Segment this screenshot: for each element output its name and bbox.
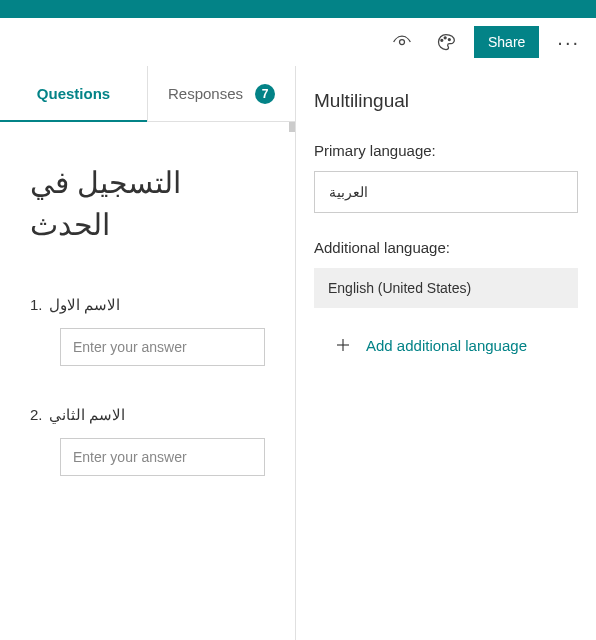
- main-area: Questions Responses 7 التسجيل في الحدث 1…: [0, 66, 596, 640]
- tabs: Questions Responses 7: [0, 66, 295, 122]
- left-pane: Questions Responses 7 التسجيل في الحدث 1…: [0, 66, 296, 640]
- tab-responses[interactable]: Responses 7: [148, 66, 295, 121]
- tab-questions-label: Questions: [37, 85, 110, 102]
- panel-title: Multilingual: [314, 90, 578, 112]
- top-app-band: [0, 0, 596, 18]
- toolbar: Share ···: [0, 18, 596, 66]
- question-label: الاسم الاول: [49, 296, 120, 314]
- answer-input-1[interactable]: [60, 328, 265, 366]
- preview-icon[interactable]: [386, 26, 418, 58]
- additional-language-label: Additional language:: [314, 239, 578, 256]
- question-number: 1.: [30, 296, 43, 313]
- add-additional-language-label: Add additional language: [366, 337, 527, 354]
- plus-icon: [334, 336, 352, 354]
- form-title: التسجيل في الحدث: [0, 122, 295, 266]
- tab-responses-label: Responses: [168, 85, 243, 102]
- share-button[interactable]: Share: [474, 26, 539, 58]
- responses-count-badge: 7: [255, 84, 275, 104]
- scrollbar-thumb[interactable]: [289, 122, 295, 132]
- svg-point-3: [448, 39, 450, 41]
- form-scroll[interactable]: التسجيل في الحدث 1. الاسم الاول 2. الاسم…: [0, 122, 295, 640]
- right-pane: Multilingual Primary language: العربية A…: [296, 66, 596, 640]
- add-additional-language-button[interactable]: Add additional language: [314, 336, 578, 354]
- question-label: الاسم الثاني: [49, 406, 125, 424]
- svg-point-1: [441, 39, 443, 41]
- svg-point-0: [399, 40, 404, 45]
- theme-icon[interactable]: [430, 26, 462, 58]
- question-1: 1. الاسم الاول: [0, 266, 295, 376]
- primary-language-box[interactable]: العربية: [314, 171, 578, 213]
- answer-input-2[interactable]: [60, 438, 265, 476]
- question-2: 2. الاسم الثاني: [0, 376, 295, 486]
- tab-questions[interactable]: Questions: [0, 66, 147, 121]
- question-number: 2.: [30, 406, 43, 423]
- primary-language-label: Primary language:: [314, 142, 578, 159]
- additional-language-row[interactable]: English (United States): [314, 268, 578, 308]
- more-actions-icon[interactable]: ···: [551, 31, 586, 54]
- svg-point-2: [444, 37, 446, 39]
